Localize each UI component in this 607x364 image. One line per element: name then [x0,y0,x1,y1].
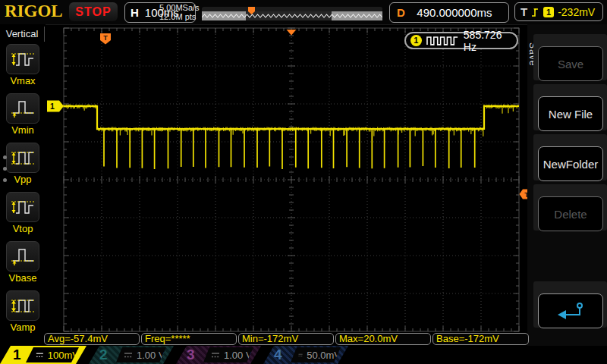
svg-text:1: 1 [50,102,55,111]
dc-coupling-icon [36,352,44,359]
sidebar-item-label: Vmin [0,124,46,136]
sidebar-item-vmax[interactable]: Vmax [0,44,46,86]
channel-1-scale: 100mV [48,350,79,361]
delay-label: D [397,6,405,19]
rising-edge-icon [531,7,539,17]
measurement-min: Min=-172mV [238,333,334,345]
channel-2-settings: 1.00 V [116,347,166,362]
oscilloscope-screen: RIGOL STOP H 100ms 5.00MSa/s 12.0M pts D… [0,0,607,364]
channel-2-scale: 1.00 V [137,350,165,361]
dc-coupling-icon [211,352,220,359]
vtop-icon [6,192,39,222]
waveform-display: T1T [46,24,531,347]
channel-3-block[interactable]: 3 1.00 V [176,346,261,364]
sidebar-item-label: Vamp [0,322,46,333]
delay-box[interactable]: D 490.000000ms [389,2,509,23]
square-wave-icon [426,36,459,46]
measurement-base: Base=-172mV [432,333,529,345]
svg-text:T: T [103,34,108,42]
vmax-icon [6,44,39,74]
measure-sidebar: Vertical Vmax [0,24,46,346]
memory-waveform-icon [202,7,382,20]
dc-coupling-icon [124,352,133,359]
sidebar-item-label: Vtop [0,223,46,234]
vmin-icon [6,93,39,124]
measurement-row: Avg=-57.4mV Freq=***** Min=-172mV Max=20… [0,333,607,346]
vamp-icon [6,290,39,321]
measurement-avg: Avg=-57.4mV [44,333,140,345]
menu-page-indicator [3,155,7,190]
rigol-logo: RIGOL [5,2,63,21]
sidebar-item-label: Vpp [0,174,46,185]
measurement-freq: Freq=***** [141,333,237,345]
vpp-icon [6,143,39,173]
measurement-max: Max=20.0mV [335,333,431,345]
dc-coupling-icon [298,352,303,359]
trigger-label: T [521,5,527,18]
channel-4-block[interactable]: 4 50.0mV [263,346,348,364]
channel-2-number: 2 [99,347,108,363]
channel-1-block[interactable]: 1 100mV [0,346,86,364]
trigger-level-value: -232mV [558,6,595,18]
delete-button[interactable]: Delete [538,196,603,231]
sidebar-item-vpp[interactable]: Vpp [0,143,46,185]
return-arrow-icon [555,300,587,322]
sample-rate: 5.00MSa/s [159,3,200,12]
channel-3-scale: 1.00 V [224,350,253,361]
frequency-counter-badge: 1 585.726 Hz [404,32,518,49]
channel-2-block[interactable]: 2 1.00 V [89,346,174,364]
memory-position-bar [202,7,382,20]
horizontal-label: H [131,6,139,19]
new-file-button[interactable]: New File [538,96,603,131]
trigger-box[interactable]: T 1 -232mV [514,2,603,21]
channel-4-settings: 50.0mV [291,347,341,362]
channel-3-settings: 1.00 V [203,347,253,362]
top-status-bar: RIGOL STOP H 100ms 5.00MSa/s 12.0M pts D… [0,0,607,25]
back-button[interactable] [538,293,603,328]
sidebar-item-vtop[interactable]: Vtop [0,192,46,234]
sidebar-item-label: Vbase [0,272,46,284]
save-button[interactable]: Save [538,46,603,81]
sidebar-item-vbase[interactable]: Vbase [0,241,46,284]
waveform-canvas: T1T [46,24,531,347]
soft-menu: Save Save New File NewFolder Delete [527,24,607,346]
channel-4-number: 4 [274,347,282,363]
counter-channel-badge: 1 [410,35,422,46]
counter-frequency-value: 585.726 Hz [464,29,517,53]
sidebar-item-vamp[interactable]: Vamp [0,290,46,333]
channel-status-bar: 1 100mV 2 1.00 V 3 [0,346,607,364]
channel-3-number: 3 [187,347,195,363]
sidebar-item-vmin[interactable]: Vmin [0,93,46,136]
sidebar-title: Vertical [0,28,44,39]
vbase-icon [6,241,39,271]
sidebar-item-label: Vmax [0,75,46,86]
channel-1-number: 1 [13,347,21,363]
trigger-source-badge: 1 [543,7,554,17]
channel-1-settings: 100mV [26,347,79,362]
delay-value: 490.000000ms [405,6,504,19]
channel-4-scale: 50.0mV [307,350,341,361]
sidebar-divider [44,27,45,42]
run-state-badge: STOP [69,2,118,21]
acquisition-info: 5.00MSa/s 12.0M pts [159,3,200,21]
memory-depth: 12.0M pts [159,12,200,21]
new-folder-button[interactable]: NewFolder [538,146,603,181]
